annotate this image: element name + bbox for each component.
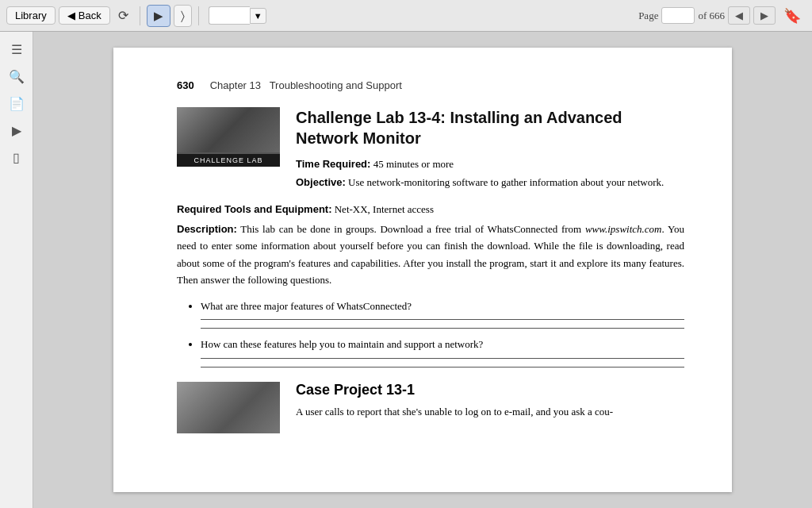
- url-text: www.ipswitch.com: [585, 223, 662, 235]
- separator-1: [140, 6, 140, 25]
- page-total: of 666: [698, 10, 725, 22]
- tools-value: Net-XX, Internet access: [335, 203, 434, 215]
- objective-meta: Objective: Use network-monitoring softwa…: [296, 173, 684, 191]
- lab-title-area: Challenge Lab 13-4: Installing an Advanc…: [296, 107, 684, 192]
- page-label: Page: [638, 10, 658, 22]
- bullet-list: What are three major features of WhatsCo…: [201, 298, 684, 368]
- back-button[interactable]: ◀ Back: [59, 6, 110, 25]
- bookmark-button[interactable]: 🔖: [779, 6, 806, 26]
- page-nav: Page 630 of 666 ◀ ▶ 🔖: [638, 6, 806, 26]
- back-arrow-icon: ◀: [67, 10, 75, 21]
- page-number-input[interactable]: 630: [661, 7, 695, 24]
- sidebar: ☰ 🔍 📄 ▶ ▯: [0, 32, 33, 508]
- sidebar-media-icon[interactable]: ▶: [6, 119, 28, 141]
- description-text: This lab can be done in groups. Download…: [177, 223, 684, 286]
- chapter-title: Troubleshooting and Support: [270, 79, 402, 91]
- refresh-button[interactable]: ⟳: [113, 5, 133, 26]
- tools-line: Required Tools and Equipment: Net-XX, In…: [177, 203, 684, 216]
- page-header: 630 Chapter 13 Troubleshooting and Suppo…: [177, 79, 684, 91]
- zoom-dropdown-button[interactable]: ▼: [250, 8, 266, 24]
- time-required-label: Time Required:: [296, 158, 370, 170]
- next-page-button[interactable]: ▶: [753, 6, 776, 25]
- content-area[interactable]: 630 Chapter 13 Troubleshooting and Suppo…: [33, 32, 812, 508]
- tools-label: Required Tools and Equipment:: [177, 203, 331, 215]
- lab-image: CHALLENGE LAB: [177, 107, 280, 167]
- time-required-value: 45 minutes or more: [373, 158, 454, 170]
- description-block: Description: This lab can be done in gro…: [177, 221, 684, 289]
- lab-image-label: CHALLENGE LAB: [177, 154, 280, 167]
- separator-2: [198, 6, 199, 25]
- case-section: Case Project 13-1 A user calls to report…: [177, 382, 684, 433]
- case-title: Case Project 13-1: [296, 382, 684, 398]
- bullet-1-text: What are three major features of WhatsCo…: [201, 300, 412, 312]
- chapter-label: Chapter 13: [210, 79, 261, 91]
- answer-line-1b: [201, 328, 684, 329]
- cursor-tool-button[interactable]: ▶: [147, 5, 170, 27]
- description-paragraph: Description: This lab can be done in gro…: [177, 221, 684, 289]
- library-label: Library: [15, 10, 47, 21]
- lab-image-background: [177, 107, 280, 152]
- sidebar-search-icon[interactable]: 🔍: [6, 65, 28, 87]
- sidebar-pages-icon[interactable]: 📄: [6, 92, 28, 114]
- answer-line-2a: [201, 358, 684, 359]
- chapter-info: Chapter 13 Troubleshooting and Support: [210, 79, 402, 91]
- book-page: 630 Chapter 13 Troubleshooting and Suppo…: [113, 48, 732, 492]
- library-button[interactable]: Library: [6, 6, 56, 25]
- list-item: How can these features help you to maint…: [201, 337, 684, 368]
- answer-line-1a: [201, 319, 684, 320]
- sidebar-layers-icon[interactable]: ▯: [6, 146, 28, 168]
- lab-meta: Time Required: 45 minutes or more: [296, 155, 684, 173]
- case-image: [177, 382, 280, 433]
- bullet-2-text: How can these features help you to maint…: [201, 338, 483, 350]
- zoom-container: 200% ▼: [209, 6, 266, 25]
- toolbar: Library ◀ Back ⟳ ▶ 〉 200% ▼ Page 630 of …: [0, 0, 812, 32]
- sidebar-menu-icon[interactable]: ☰: [6, 38, 28, 60]
- page-number-display: 630: [177, 79, 194, 91]
- objective-label: Objective:: [296, 176, 346, 188]
- list-item: What are three major features of WhatsCo…: [201, 298, 684, 329]
- zoom-input[interactable]: 200%: [209, 6, 250, 25]
- prev-page-button[interactable]: ◀: [728, 6, 750, 25]
- case-title-area: Case Project 13-1 A user calls to report…: [296, 382, 684, 433]
- objective-text: Use network-monitoring software to gathe…: [348, 176, 664, 188]
- lab-title: Challenge Lab 13-4: Installing an Advanc…: [296, 107, 684, 148]
- back-label: Back: [79, 10, 102, 21]
- lab-section: CHALLENGE LAB Challenge Lab 13-4: Instal…: [177, 107, 684, 192]
- case-body: A user calls to report that she's unable…: [296, 403, 684, 420]
- hand-tool-button[interactable]: 〉: [174, 5, 192, 27]
- main-area: ☰ 🔍 📄 ▶ ▯ 630 Chapter 13 Troubleshooting…: [0, 32, 812, 508]
- description-label: Description:: [177, 223, 237, 235]
- answer-line-2b: [201, 367, 684, 368]
